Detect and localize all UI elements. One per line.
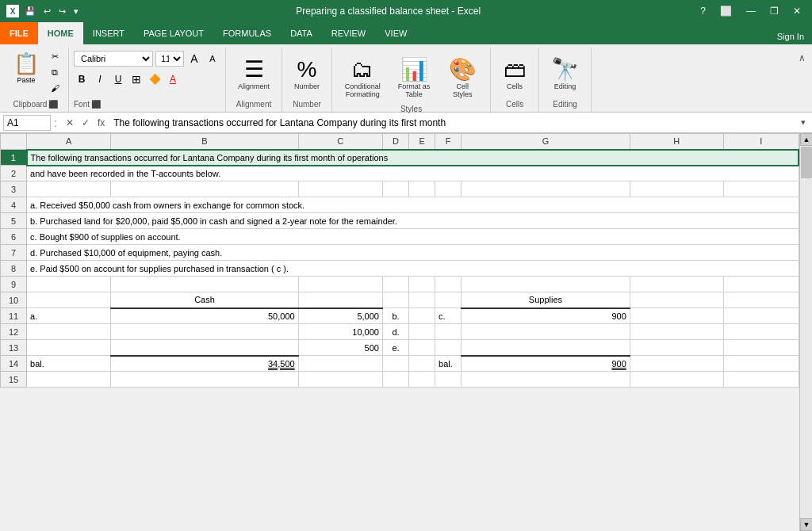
font-size-select[interactable]: 11 xyxy=(155,51,184,67)
cell-C9[interactable] xyxy=(298,277,382,292)
col-header-F[interactable]: F xyxy=(435,134,462,150)
cell-H3[interactable] xyxy=(630,181,723,197)
conditional-formatting-button[interactable]: 🗂 ConditionalFormatting xyxy=(338,52,388,105)
cell-D10[interactable] xyxy=(382,292,408,308)
cell-C12[interactable]: 10,000 xyxy=(298,324,382,340)
undo-quick-btn[interactable]: ↩ xyxy=(41,6,53,17)
ribbon-display-btn[interactable]: ⬜ xyxy=(715,4,737,18)
alignment-button[interactable]: ☰ Alignment xyxy=(231,49,277,100)
cell-C3[interactable] xyxy=(298,181,382,197)
tab-home[interactable]: HOME xyxy=(38,22,83,44)
cell-I12[interactable] xyxy=(723,324,799,340)
clipboard-expand-icon[interactable]: ⬛ xyxy=(48,100,58,109)
cell-A5[interactable]: b. Purchased land for $20,000, paid $5,0… xyxy=(27,213,799,229)
cell-E10[interactable] xyxy=(409,292,435,308)
tab-file[interactable]: FILE xyxy=(0,22,38,44)
cell-D15[interactable] xyxy=(382,372,408,388)
cell-C13[interactable]: 500 xyxy=(298,340,382,356)
cell-G11[interactable]: 900 xyxy=(462,308,630,324)
cells-button[interactable]: 🗃 Cells xyxy=(496,49,534,100)
row-num-11[interactable]: 11 xyxy=(1,308,27,324)
cell-A7[interactable]: d. Purchased $10,000 of equipment, payin… xyxy=(27,245,799,261)
cell-G15[interactable] xyxy=(462,372,630,388)
row-num-7[interactable]: 7 xyxy=(1,245,27,261)
cell-D12[interactable]: d. xyxy=(382,324,408,340)
cell-H9[interactable] xyxy=(630,277,723,292)
cell-D14[interactable] xyxy=(382,356,408,372)
editing-button[interactable]: 🔭 Editing xyxy=(544,49,586,100)
cell-B10[interactable]: Cash xyxy=(111,292,298,308)
cell-A9[interactable] xyxy=(27,277,111,292)
font-name-select[interactable]: Calibri xyxy=(74,51,153,67)
cell-H11[interactable] xyxy=(630,308,723,324)
minimize-btn[interactable]: — xyxy=(741,4,760,18)
cell-G9[interactable] xyxy=(462,277,630,292)
cancel-formula-icon[interactable]: ✕ xyxy=(63,117,76,129)
cell-G14[interactable]: 900 xyxy=(462,356,630,372)
cell-E15[interactable] xyxy=(409,372,435,388)
cell-H14[interactable] xyxy=(630,356,723,372)
cell-G13[interactable] xyxy=(462,340,630,356)
cell-F3[interactable] xyxy=(435,181,462,197)
cell-A15[interactable] xyxy=(27,372,111,388)
cell-A14[interactable]: bal. xyxy=(27,356,111,372)
cell-I15[interactable] xyxy=(723,372,799,388)
copy-button[interactable]: ⧉ xyxy=(46,65,63,79)
close-btn[interactable]: ✕ xyxy=(788,4,806,18)
cell-A6[interactable]: c. Bought $900 of supplies on account. xyxy=(27,229,799,245)
scroll-down-btn[interactable]: ▼ xyxy=(800,518,812,531)
cut-button[interactable]: ✂ xyxy=(46,49,63,63)
cell-C11[interactable]: 5,000 xyxy=(298,308,382,324)
cell-D9[interactable] xyxy=(382,277,408,292)
cell-F14[interactable]: bal. xyxy=(435,356,462,372)
bold-button[interactable]: B xyxy=(74,71,90,87)
cell-C14[interactable] xyxy=(298,356,382,372)
cell-E3[interactable] xyxy=(409,181,435,197)
collapse-ribbon-btn[interactable]: ∧ xyxy=(795,51,809,65)
underline-button[interactable]: U xyxy=(110,71,126,87)
cell-A2[interactable]: and have been recorded in the T-accounts… xyxy=(27,166,799,181)
col-header-B[interactable]: B xyxy=(111,134,298,150)
cell-B12[interactable] xyxy=(111,324,298,340)
cell-A13[interactable] xyxy=(27,340,111,356)
cell-F15[interactable] xyxy=(435,372,462,388)
cell-F13[interactable] xyxy=(435,340,462,356)
cell-E12[interactable] xyxy=(409,324,435,340)
row-num-6[interactable]: 6 xyxy=(1,229,27,245)
cell-G12[interactable] xyxy=(462,324,630,340)
font-expand-icon[interactable]: ⬛ xyxy=(91,100,101,109)
col-header-D[interactable]: D xyxy=(382,134,408,150)
col-header-I[interactable]: I xyxy=(723,134,799,150)
cell-B13[interactable] xyxy=(111,340,298,356)
fill-color-button[interactable]: 🔶 xyxy=(147,71,163,87)
cell-E13[interactable] xyxy=(409,340,435,356)
scroll-up-btn[interactable]: ▲ xyxy=(800,133,812,146)
cell-D3[interactable] xyxy=(382,181,408,197)
formula-input[interactable] xyxy=(110,116,798,130)
cell-E11[interactable] xyxy=(409,308,435,324)
cell-reference-input[interactable] xyxy=(3,115,51,131)
cell-F12[interactable] xyxy=(435,324,462,340)
cell-C15[interactable] xyxy=(298,372,382,388)
format-as-table-button[interactable]: 📊 Format asTable xyxy=(391,52,438,105)
cell-styles-button[interactable]: 🎨 CellStyles xyxy=(440,52,485,105)
cell-B14[interactable]: 34,500 xyxy=(111,356,298,372)
cell-A12[interactable] xyxy=(27,324,111,340)
cell-A10[interactable] xyxy=(27,292,111,308)
cell-A1[interactable]: The following transactions occurred for … xyxy=(27,150,799,166)
cell-A4[interactable]: a. Received $50,000 cash from owners in … xyxy=(27,197,799,213)
row-num-9[interactable]: 9 xyxy=(1,277,27,292)
row-num-10[interactable]: 10 xyxy=(1,292,27,308)
cell-F10[interactable] xyxy=(435,292,462,308)
col-header-H[interactable]: H xyxy=(630,134,723,150)
cell-H10[interactable] xyxy=(630,292,723,308)
cell-A11[interactable]: a. xyxy=(27,308,111,324)
italic-button[interactable]: I xyxy=(92,71,108,87)
cell-H12[interactable] xyxy=(630,324,723,340)
tab-view[interactable]: VIEW xyxy=(375,22,416,44)
number-button[interactable]: % Number xyxy=(287,49,327,100)
col-header-C[interactable]: C xyxy=(298,134,382,150)
tab-data[interactable]: DATA xyxy=(281,22,322,44)
scroll-thumb[interactable] xyxy=(801,147,812,178)
cell-B9[interactable] xyxy=(111,277,298,292)
